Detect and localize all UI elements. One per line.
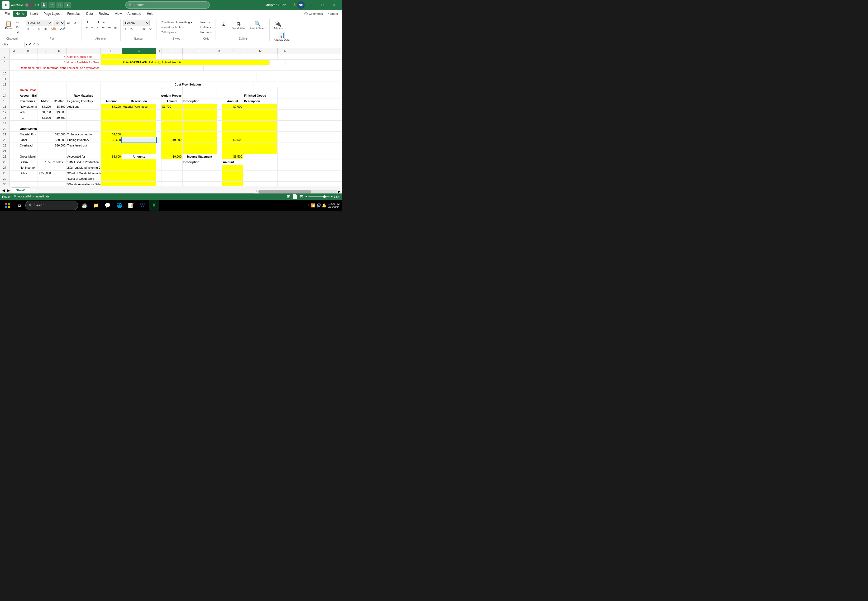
cell-j24[interactable] bbox=[183, 148, 217, 154]
cell-i28[interactable] bbox=[161, 171, 183, 176]
cell-g15[interactable]: Description bbox=[122, 98, 156, 104]
cell-m14[interactable]: Finished Goods bbox=[243, 93, 277, 98]
cell-k14[interactable] bbox=[217, 93, 222, 98]
menu-home[interactable]: Home bbox=[13, 11, 27, 17]
paste-button[interactable]: 📋 Paste bbox=[3, 20, 14, 31]
close-button[interactable]: × bbox=[329, 2, 340, 9]
cell-b13[interactable]: Given Data: bbox=[19, 87, 38, 93]
confirm-formula-button[interactable]: ✓ bbox=[32, 42, 36, 46]
cell-g23[interactable] bbox=[122, 143, 156, 148]
cell-c25[interactable] bbox=[38, 154, 52, 159]
currency-button[interactable]: $ bbox=[123, 27, 128, 31]
cell-g13[interactable] bbox=[122, 87, 156, 93]
cell-h28[interactable] bbox=[156, 171, 161, 176]
cell-i22[interactable]: $9,000 bbox=[161, 137, 183, 142]
row-header-16[interactable]: 16 bbox=[0, 104, 9, 109]
cell-d29[interactable] bbox=[52, 176, 67, 182]
addins-button[interactable]: 🔌 Add-ins bbox=[272, 20, 285, 31]
cell-h20[interactable] bbox=[156, 126, 161, 131]
cell-g20[interactable] bbox=[122, 126, 156, 131]
cell-e16[interactable]: Additions bbox=[67, 104, 101, 109]
cell-j30[interactable] bbox=[183, 182, 217, 186]
font-shrink-button[interactable]: A↓ bbox=[73, 21, 79, 25]
cut-button[interactable]: ✂ bbox=[15, 20, 21, 24]
cell-b30[interactable] bbox=[19, 182, 38, 186]
cell-g18[interactable] bbox=[122, 115, 156, 121]
cell-h21[interactable] bbox=[156, 132, 161, 137]
cell-d16[interactable]: $8,600 bbox=[52, 104, 67, 109]
cell-b25[interactable]: Gross Margin bbox=[19, 154, 38, 159]
align-center-button[interactable]: ≡ bbox=[90, 25, 94, 30]
cell-h22[interactable] bbox=[156, 137, 161, 142]
cell-c21[interactable] bbox=[38, 132, 52, 137]
cell-e13[interactable] bbox=[67, 87, 101, 93]
row-header-20[interactable]: 20 bbox=[0, 126, 9, 131]
cell-c22[interactable] bbox=[38, 137, 52, 142]
col-header-n[interactable]: N bbox=[277, 48, 293, 54]
formula-input[interactable] bbox=[41, 43, 341, 46]
fill-color-button[interactable]: A🎨 bbox=[49, 27, 58, 31]
cell-e29[interactable]: 4 Cost of Goods Sold bbox=[67, 176, 101, 182]
align-left-button[interactable]: ≡ bbox=[84, 25, 89, 30]
cell-i25[interactable]: $9,000 bbox=[161, 154, 183, 159]
cell-c23[interactable] bbox=[38, 143, 52, 148]
cell-k18[interactable] bbox=[217, 115, 222, 121]
cell-d18[interactable]: $9,500 bbox=[52, 115, 67, 121]
taskbar-coffee-icon[interactable]: ☕ bbox=[79, 200, 90, 211]
cell-m25[interactable] bbox=[243, 154, 277, 159]
cell-b26[interactable]: SG&A bbox=[19, 159, 38, 165]
row-header-27[interactable]: 27 bbox=[0, 165, 9, 170]
align-bottom-button[interactable]: ⬇ bbox=[96, 20, 101, 24]
cell-d14[interactable] bbox=[52, 93, 67, 98]
cell-a17[interactable] bbox=[9, 110, 19, 115]
cell-m20[interactable] bbox=[243, 126, 277, 131]
cell-h24[interactable] bbox=[156, 148, 161, 154]
autosave-toggle[interactable] bbox=[25, 3, 34, 7]
cell-i26[interactable] bbox=[161, 159, 183, 165]
cell-b18[interactable]: FG bbox=[19, 115, 38, 121]
cell-d28[interactable] bbox=[52, 171, 67, 176]
row-header-7[interactable]: 7 bbox=[0, 54, 9, 59]
cell-b19[interactable] bbox=[19, 121, 38, 126]
cell-e19[interactable] bbox=[67, 121, 101, 126]
cell-f27[interactable] bbox=[101, 165, 122, 170]
cell-h7[interactable] bbox=[156, 54, 161, 59]
cell-e7[interactable]: Cost of Goods Sold bbox=[67, 54, 101, 59]
cell-i15[interactable]: Amount bbox=[161, 98, 183, 104]
cell-j22[interactable] bbox=[183, 137, 217, 142]
row-header-25[interactable]: 25 bbox=[0, 154, 9, 159]
tray-network-icon[interactable]: 📶 bbox=[311, 203, 315, 207]
cell-k27[interactable] bbox=[217, 165, 222, 170]
cell-b23[interactable]: Overhead bbox=[19, 143, 38, 148]
cell-n18[interactable] bbox=[277, 115, 293, 121]
cell-a28[interactable] bbox=[9, 171, 19, 176]
format-painter-button[interactable]: 🖌 bbox=[15, 30, 21, 34]
cell-i16[interactable]: $1,700 bbox=[161, 104, 183, 109]
title-search-box[interactable]: 🔍 Search bbox=[125, 2, 210, 9]
cell-h14[interactable] bbox=[156, 93, 161, 98]
cell-b27[interactable]: Net Income bbox=[19, 165, 38, 170]
cell-d19[interactable] bbox=[52, 121, 67, 126]
name-box-expand[interactable]: ▾ bbox=[26, 43, 27, 46]
cell-k16[interactable] bbox=[217, 104, 222, 109]
zoom-in-button[interactable]: + bbox=[330, 195, 333, 198]
cell-c18[interactable]: $7,000 bbox=[38, 115, 52, 121]
row-header-9[interactable]: 9 bbox=[0, 65, 9, 70]
cell-k7[interactable] bbox=[217, 54, 222, 59]
menu-automate[interactable]: Automate bbox=[125, 11, 143, 17]
cell-e22[interactable]: Ending Inventory bbox=[67, 137, 101, 142]
col-header-h[interactable]: H bbox=[156, 48, 161, 54]
cell-j20[interactable] bbox=[183, 126, 217, 131]
cell-m30[interactable] bbox=[243, 182, 277, 186]
cell-i21[interactable] bbox=[161, 132, 183, 137]
cell-g28[interactable] bbox=[122, 171, 156, 176]
cell-l18[interactable] bbox=[222, 115, 243, 121]
cell-n17[interactable] bbox=[277, 110, 293, 115]
cell-b14[interactable]: Account Balances bbox=[19, 93, 38, 98]
cell-g24[interactable] bbox=[122, 148, 156, 154]
row-header-12[interactable]: 12 bbox=[0, 82, 9, 87]
cell-l21[interactable] bbox=[222, 132, 243, 137]
cell-d15[interactable]: 31-Mar bbox=[52, 98, 67, 104]
cell-b16[interactable]: Raw Materials bbox=[19, 104, 38, 109]
cell-i19[interactable] bbox=[161, 121, 183, 126]
